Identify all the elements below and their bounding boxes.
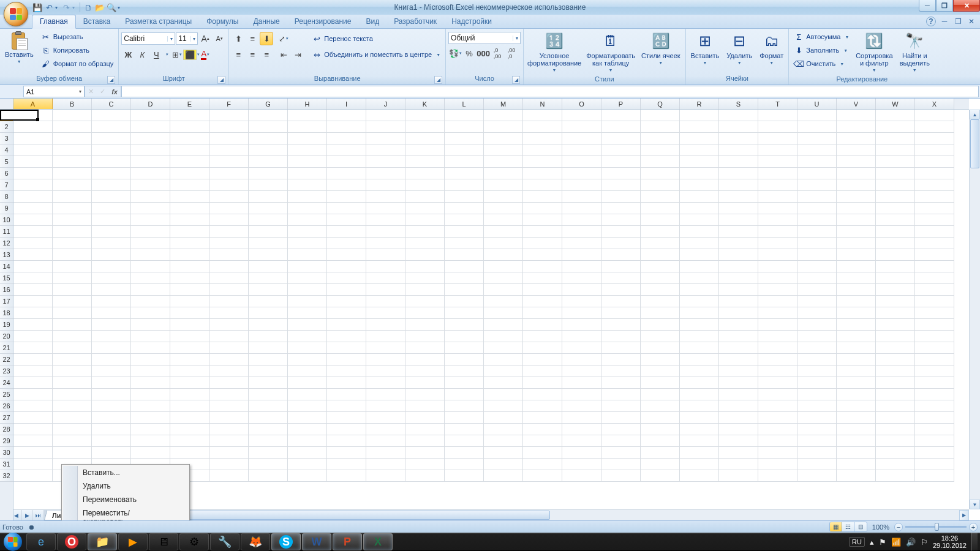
cell[interactable] <box>837 354 876 365</box>
cell[interactable] <box>484 389 523 400</box>
show-desktop-button[interactable] <box>971 533 978 551</box>
cell[interactable] <box>837 296 876 307</box>
cell[interactable] <box>288 272 327 284</box>
cell[interactable] <box>758 435 797 447</box>
format-as-table-button[interactable]: 🗓Форматировать как таблицу▼ <box>585 30 636 75</box>
align-right-button[interactable]: ≡ <box>260 48 273 61</box>
cell[interactable] <box>131 307 170 319</box>
cell[interactable] <box>562 272 601 284</box>
cell[interactable] <box>601 214 641 226</box>
cell[interactable] <box>327 400 366 412</box>
scroll-down-button[interactable]: ▼ <box>970 500 980 509</box>
cell[interactable] <box>523 365 562 377</box>
new-icon[interactable]: 🗋 <box>83 2 94 13</box>
cell[interactable] <box>915 365 954 377</box>
cell[interactable] <box>249 156 288 168</box>
cell[interactable] <box>876 377 915 389</box>
cell[interactable] <box>562 121 601 133</box>
cell[interactable] <box>719 272 758 284</box>
cell[interactable] <box>484 144 523 156</box>
cell[interactable] <box>562 365 601 377</box>
help-icon[interactable]: ? <box>926 17 936 26</box>
cell[interactable] <box>719 470 758 482</box>
cell[interactable] <box>837 110 876 121</box>
cell[interactable] <box>876 284 915 296</box>
cell[interactable] <box>562 354 601 365</box>
cell[interactable] <box>523 179 562 191</box>
cell[interactable] <box>523 168 562 179</box>
cell[interactable] <box>131 435 170 447</box>
taskbar-explorer[interactable]: 📁 <box>88 533 117 550</box>
cell[interactable] <box>876 261 915 272</box>
cell[interactable] <box>837 470 876 482</box>
cell[interactable] <box>209 156 249 168</box>
cell[interactable] <box>131 121 170 133</box>
cell[interactable] <box>92 296 131 307</box>
cell[interactable] <box>445 261 484 272</box>
row-header[interactable]: 2 <box>0 121 13 133</box>
cell[interactable] <box>445 156 484 168</box>
column-header[interactable]: H <box>288 99 327 109</box>
cell[interactable] <box>719 412 758 424</box>
cell[interactable] <box>876 365 915 377</box>
cell[interactable] <box>249 400 288 412</box>
cell[interactable] <box>445 342 484 354</box>
cell[interactable] <box>405 261 445 272</box>
row-header[interactable]: 16 <box>0 284 13 296</box>
cell[interactable] <box>405 389 445 400</box>
cell[interactable] <box>249 435 288 447</box>
next-sheet-button[interactable]: ▶ <box>22 510 33 520</box>
cell[interactable] <box>53 214 92 226</box>
cell[interactable] <box>915 400 954 412</box>
open-icon[interactable]: 📂 <box>94 2 105 13</box>
cell[interactable] <box>758 284 797 296</box>
cell[interactable] <box>366 389 405 400</box>
cell[interactable] <box>13 272 53 284</box>
cell[interactable] <box>601 238 641 249</box>
cell[interactable] <box>288 400 327 412</box>
cell[interactable] <box>170 156 209 168</box>
cell[interactable] <box>327 133 366 144</box>
tab-review[interactable]: Рецензирование <box>287 15 359 28</box>
cell[interactable] <box>837 319 876 331</box>
cell[interactable] <box>915 377 954 389</box>
cell[interactable] <box>719 389 758 400</box>
cell[interactable] <box>366 191 405 203</box>
cell[interactable] <box>758 121 797 133</box>
cell[interactable] <box>288 470 327 482</box>
column-header[interactable]: X <box>915 99 954 109</box>
cell[interactable] <box>405 272 445 284</box>
last-sheet-button[interactable]: ⏭ <box>33 510 44 520</box>
cell[interactable] <box>797 226 837 238</box>
cell[interactable] <box>405 377 445 389</box>
cell[interactable] <box>249 133 288 144</box>
shrink-font-button[interactable]: A▾ <box>213 32 226 45</box>
column-header[interactable]: O <box>562 99 601 109</box>
percent-button[interactable]: % <box>462 47 476 60</box>
cell[interactable] <box>209 354 249 365</box>
cell[interactable] <box>680 459 719 470</box>
cell[interactable] <box>523 412 562 424</box>
cell[interactable] <box>719 424 758 435</box>
cell[interactable] <box>445 110 484 121</box>
cell[interactable] <box>641 121 680 133</box>
cell[interactable] <box>288 354 327 365</box>
format-painter-button[interactable]: 🖌Формат по образцу <box>39 57 116 70</box>
row-header[interactable]: 17 <box>0 296 13 307</box>
cell[interactable] <box>680 435 719 447</box>
cell[interactable] <box>53 365 92 377</box>
cell[interactable] <box>680 249 719 261</box>
cell[interactable] <box>680 121 719 133</box>
row-header[interactable]: 18 <box>0 307 13 319</box>
cell[interactable] <box>209 447 249 459</box>
zoom-level[interactable]: 100% <box>872 523 889 531</box>
cell[interactable] <box>366 144 405 156</box>
increase-indent-button[interactable]: ⇥ <box>291 48 304 61</box>
cell[interactable] <box>13 470 53 482</box>
cell[interactable] <box>366 214 405 226</box>
scroll-right-button[interactable]: ▶ <box>959 510 969 520</box>
save-icon[interactable]: 💾 <box>32 2 43 13</box>
cell[interactable] <box>249 459 288 470</box>
tray-clock[interactable]: 18:2629.10.2012 <box>933 534 967 549</box>
cell[interactable] <box>641 424 680 435</box>
